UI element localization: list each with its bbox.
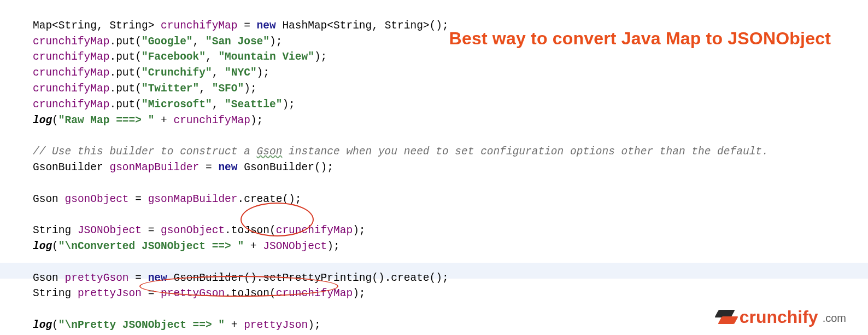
logo-suffix: .com [823,310,846,326]
code-line: String JSONObject = gsonObject.toJson(cr… [33,224,366,236]
code-line: log("Raw Map ===> " + crunchifyMap); [33,114,263,126]
code-line: Gson prettyGson = new GsonBuilder().setP… [33,272,449,284]
code-line: crunchifyMap.put("Twitter", "SFO"); [33,83,257,95]
code-line: Gson gsonObject = gsonMapBuilder.create(… [33,193,302,205]
code-line: crunchifyMap.put("Microsoft", "Seattle")… [33,99,295,111]
code-line: crunchifyMap.put("Google", "San Jose"); [33,36,282,48]
code-block: Map<String, String> crunchifyMap = new H… [33,2,769,333]
code-line: Map<String, String> crunchifyMap = new H… [33,20,449,32]
code-line: String prettyJson = prettyGson.toJson(cr… [33,287,366,299]
code-line: log("\nConverted JSONObject ==> " + JSON… [33,240,340,252]
code-line: crunchifyMap.put("Facebook", "Mountain V… [33,51,327,63]
crunchify-logo: crunchify.com [714,309,846,325]
logo-brand: crunchify [740,309,818,325]
code-line: crunchifyMap.put("Crunchify", "NYC"); [33,67,269,79]
code-comment: // Use this builder to construct a Gson … [33,146,769,158]
code-line: log("\nPretty JSONObject ==> " + prettyJ… [33,319,321,331]
crunchify-logo-icon [714,310,735,325]
code-line: GsonBuilder gsonMapBuilder = new GsonBui… [33,161,333,174]
